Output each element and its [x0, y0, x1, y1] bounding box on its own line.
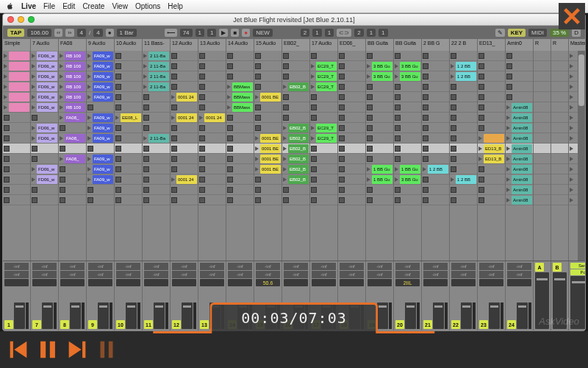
clip-slot[interactable] [59, 195, 86, 205]
track-volume-field[interactable] [340, 279, 364, 286]
clip[interactable]: Amin08 [512, 196, 532, 205]
clip-slot[interactable] [478, 61, 505, 71]
clip-slot[interactable] [87, 102, 114, 113]
clip-slot[interactable] [310, 154, 337, 164]
clip[interactable]: FD06_w [37, 175, 57, 184]
clip-slot[interactable] [198, 71, 226, 82]
clip-slot[interactable] [143, 185, 170, 195]
clip[interactable]: FA09_w [93, 155, 113, 163]
clip-slot[interactable]: BBMass [226, 92, 254, 102]
clip[interactable]: FD06_w [37, 62, 57, 71]
track-volume-field[interactable] [60, 279, 85, 286]
video-prev-button[interactable] [6, 337, 31, 362]
clip-slot[interactable] [171, 164, 198, 174]
clip-slot[interactable] [3, 164, 30, 174]
send-a-knob[interactable]: -inf [144, 263, 168, 270]
menu-create[interactable]: Create [82, 2, 104, 10]
clip[interactable]: ED13_B [484, 144, 504, 153]
clip-slot[interactable] [394, 144, 421, 154]
clip[interactable]: FA08_ [65, 113, 85, 122]
clip-slot[interactable]: FD06_w [31, 92, 58, 102]
clip-slot[interactable] [366, 133, 393, 144]
clip-slot[interactable] [143, 102, 170, 113]
clip-slot[interactable] [338, 195, 365, 205]
track-volume-field[interactable] [451, 279, 476, 286]
clip-slot[interactable] [338, 61, 365, 71]
clip-slot[interactable]: Amin08 [506, 195, 533, 205]
clip-slot[interactable] [198, 144, 226, 154]
clip-slot[interactable] [59, 144, 86, 154]
volume-fader[interactable] [517, 302, 528, 329]
clip[interactable]: FD06_w [37, 72, 57, 81]
loop-len-beats[interactable]: 1 [367, 29, 376, 37]
track-volume-field[interactable] [116, 279, 140, 286]
clip[interactable]: FD06_w [37, 165, 57, 174]
volume-fader[interactable] [14, 302, 25, 329]
send-a-knob[interactable]: -inf [312, 263, 336, 270]
send-b-knob[interactable]: -inf [340, 271, 364, 278]
clip-slot[interactable] [226, 123, 254, 133]
stop-button[interactable]: ■ [231, 29, 239, 37]
clip-slot[interactable] [422, 123, 449, 133]
clip-slot[interactable] [254, 113, 282, 123]
clip-slot[interactable] [254, 61, 282, 71]
clip[interactable]: FA08_ [65, 155, 85, 163]
clip-slot[interactable]: RB 100 [59, 102, 86, 113]
send-b-knob[interactable]: -inf [395, 271, 420, 278]
track-volume-field[interactable] [88, 279, 112, 286]
follow-button[interactable]: ⟵ [165, 29, 177, 37]
clip-slot[interactable]: EB02_B [282, 144, 309, 154]
app-name[interactable]: Live [21, 2, 36, 10]
clip[interactable]: Amin08 [512, 103, 532, 112]
clip-slot[interactable] [115, 123, 142, 133]
clip[interactable]: Amin08 [512, 144, 532, 153]
clip-slot[interactable]: 0001 BE [254, 164, 282, 174]
clip-slot[interactable]: Amin08 [506, 113, 533, 123]
menu-help[interactable]: Help [168, 2, 183, 10]
clip[interactable]: RB 100 [65, 82, 85, 91]
clip-slot[interactable]: 3 BB Gu [366, 71, 393, 82]
clip-slot[interactable]: 2 11-Ba [143, 61, 170, 71]
clip-slot[interactable] [366, 195, 393, 205]
clip-slot[interactable] [478, 185, 505, 195]
track-header[interactable]: BB Guita [366, 39, 394, 51]
record-button[interactable]: ● [242, 29, 250, 37]
clip-slot[interactable]: BBMass [226, 82, 254, 92]
scrollbar-thumb[interactable] [578, 54, 584, 106]
clip-slot[interactable] [143, 92, 170, 102]
clip-slot[interactable] [394, 185, 421, 195]
clip-slot[interactable] [59, 174, 86, 185]
send-b-knob[interactable]: -inf [479, 271, 503, 278]
clip-slot[interactable]: RB 100 [59, 71, 86, 82]
clip-slot[interactable]: 0001 24 [171, 92, 198, 102]
clip[interactable]: 1 2 BB [456, 175, 476, 184]
clip-slot[interactable] [450, 113, 477, 123]
track-activator-button[interactable]: 20 [395, 320, 404, 329]
clip-slot[interactable]: Amin08 [506, 144, 533, 154]
track-header[interactable]: BB Guita [394, 39, 422, 51]
return-track-header[interactable]: R [534, 39, 551, 51]
track-header[interactable]: 17 Audio [310, 39, 338, 51]
clip-slot[interactable]: 0001 BE [254, 92, 282, 102]
overload-indicator[interactable]: D [572, 29, 581, 37]
clip-slot[interactable] [198, 92, 226, 102]
clip-slot[interactable] [478, 164, 505, 174]
clip-slot[interactable]: ED13_B [478, 154, 505, 164]
clip-slot[interactable] [282, 51, 309, 61]
send-a-knob[interactable]: -inf [60, 263, 85, 270]
clip-slot[interactable] [143, 174, 170, 185]
clip-slot[interactable] [115, 102, 142, 113]
arr-pos-bars[interactable]: 74 [180, 29, 193, 37]
clip-slot[interactable]: FD06_w [31, 102, 58, 113]
clip[interactable]: 1 BB Gu [400, 165, 420, 174]
clip[interactable]: FA09_w [93, 72, 113, 81]
clip-slot[interactable]: FA09_w [87, 133, 114, 144]
clip[interactable]: FA09_w [93, 62, 113, 71]
track-activator-button[interactable]: 8 [60, 320, 69, 329]
clip-slot[interactable] [115, 164, 142, 174]
window-close-button[interactable] [7, 16, 14, 23]
clip-slot[interactable]: Amin08 [506, 154, 533, 164]
key-map-button[interactable]: KEY [508, 29, 526, 37]
track-volume-field[interactable] [144, 279, 168, 286]
clip[interactable]: FD06_w [37, 52, 57, 60]
